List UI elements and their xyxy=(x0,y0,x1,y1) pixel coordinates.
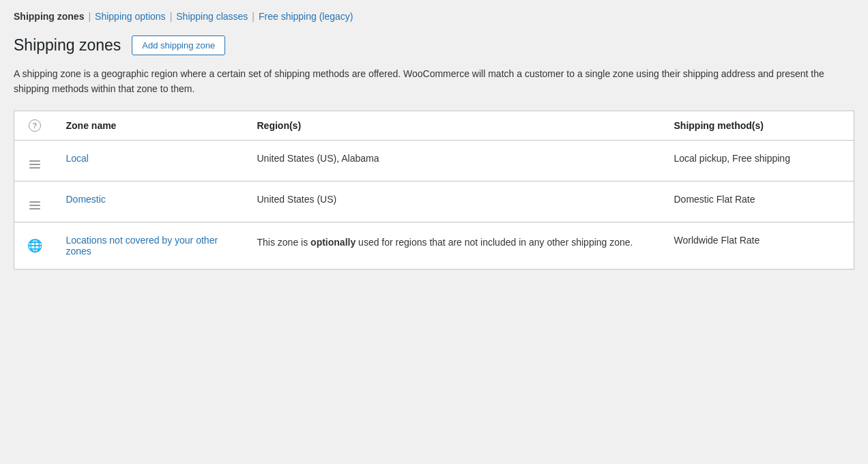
drag-handle-cell xyxy=(14,140,55,181)
zone-link-local[interactable]: Local xyxy=(66,153,89,164)
nav-link-free-shipping[interactable]: Free shipping (legacy) xyxy=(259,11,353,22)
zone-name-cell-local: Local xyxy=(55,140,246,181)
top-nav: Shipping zones | Shipping options | Ship… xyxy=(14,11,854,22)
nav-link-shipping-classes[interactable]: Shipping classes xyxy=(176,11,248,22)
globe-icon-cell: 🌐 xyxy=(14,222,55,269)
zone-name-cell-domestic: Domestic xyxy=(55,181,246,222)
zone-name-column-header: Zone name xyxy=(55,111,246,140)
zone-link-domestic[interactable]: Domestic xyxy=(66,194,106,205)
regions-cell-worldwide: This zone is optionally used for regions… xyxy=(246,222,663,269)
nav-current: Shipping zones xyxy=(14,11,84,22)
methods-cell-worldwide: Worldwide Flat Rate xyxy=(663,222,854,269)
table-row: Local United States (US), Alabama Local … xyxy=(14,140,854,181)
methods-cell-local: Local pickup, Free shipping xyxy=(663,140,854,181)
table-header-row: ? Zone name Region(s) Shipping method(s) xyxy=(14,111,854,140)
regions-desc-prefix: This zone is xyxy=(257,237,311,248)
help-icon[interactable]: ? xyxy=(29,119,41,132)
nav-sep-1: | xyxy=(88,11,91,22)
shipping-zones-table: ? Zone name Region(s) Shipping method(s)… xyxy=(14,111,854,270)
regions-cell-domestic: United States (US) xyxy=(246,181,663,222)
nav-link-shipping-options[interactable]: Shipping options xyxy=(95,11,166,22)
regions-desc-suffix: used for regions that are not included i… xyxy=(356,237,633,248)
methods-cell-domestic: Domestic Flat Rate xyxy=(663,181,854,222)
page-description: A shipping zone is a geographic region w… xyxy=(14,66,854,97)
worldwide-regions-description: This zone is optionally used for regions… xyxy=(257,237,633,248)
drag-handle-cell xyxy=(14,181,55,222)
add-shipping-zone-button[interactable]: Add shipping zone xyxy=(132,35,225,55)
globe-icon: 🌐 xyxy=(27,239,42,252)
zone-name-cell-worldwide: Locations not covered by your other zone… xyxy=(55,222,246,269)
page-title-row: Shipping zones Add shipping zone xyxy=(14,35,854,55)
table-row: Domestic United States (US) Domestic Fla… xyxy=(14,181,854,222)
nav-sep-2: | xyxy=(170,11,173,22)
regions-desc-bold: optionally xyxy=(310,237,356,248)
table-row-locations-not-covered: 🌐 Locations not covered by your other zo… xyxy=(14,222,854,269)
page-title: Shipping zones xyxy=(14,36,121,55)
regions-cell-local: United States (US), Alabama xyxy=(246,140,663,181)
help-column-header: ? xyxy=(14,111,55,140)
regions-column-header: Region(s) xyxy=(246,111,663,140)
drag-handle-local[interactable] xyxy=(29,160,40,169)
methods-column-header: Shipping method(s) xyxy=(663,111,854,140)
drag-handle-domestic[interactable] xyxy=(29,201,40,209)
zone-link-worldwide[interactable]: Locations not covered by your other zone… xyxy=(66,235,218,257)
nav-sep-3: | xyxy=(252,11,255,22)
